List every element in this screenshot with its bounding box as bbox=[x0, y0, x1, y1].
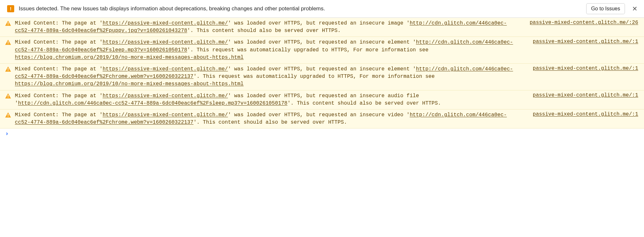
chevron-right-icon: › bbox=[5, 130, 9, 137]
svg-rect-2 bbox=[8, 41, 8, 43]
svg-rect-4 bbox=[8, 68, 8, 70]
svg-rect-6 bbox=[8, 95, 8, 97]
warning-message: Mixed Content: The page at 'https://pass… bbox=[15, 20, 516, 35]
warning-source: passive-mixed-content.glitch.me/:26 bbox=[530, 20, 638, 26]
warning-link[interactable]: https://blog.chromium.org/2019/10/no-mor… bbox=[15, 81, 244, 87]
warning-source: passive-mixed-content.glitch.me/:1 bbox=[533, 111, 638, 117]
warning-triangle-icon bbox=[5, 67, 11, 72]
warning-text: '. This content should also be served ov… bbox=[193, 119, 347, 125]
warning-text: '. This content should also be served ov… bbox=[287, 100, 441, 106]
warning-text: ' was loaded over HTTPS, but requested a… bbox=[228, 20, 410, 26]
warning-link[interactable]: https://passive-mixed-content.glitch.me/ bbox=[103, 66, 228, 72]
close-icon[interactable]: ✕ bbox=[629, 5, 639, 12]
warning-source: passive-mixed-content.glitch.me/:1 bbox=[533, 92, 638, 98]
warning-source: passive-mixed-content.glitch.me/:1 bbox=[533, 66, 638, 71]
warning-text: '. This request was automatically upgrad… bbox=[187, 47, 429, 53]
warning-source-link[interactable]: passive-mixed-content.glitch.me/:1 bbox=[533, 66, 638, 71]
warning-source: passive-mixed-content.glitch.me/:1 bbox=[533, 39, 638, 45]
svg-rect-9 bbox=[8, 116, 8, 117]
warning-link[interactable]: https://passive-mixed-content.glitch.me/ bbox=[103, 39, 228, 45]
warning-triangle-icon bbox=[5, 21, 11, 26]
warning-source-link[interactable]: passive-mixed-content.glitch.me/:26 bbox=[530, 20, 638, 26]
svg-rect-1 bbox=[8, 25, 8, 25]
warning-text: Mixed Content: The page at ' bbox=[15, 66, 103, 72]
warning-link[interactable]: http://cdn.glitch.com/446ca0ec-cc52-4774… bbox=[18, 100, 287, 106]
warning-text: ' was loaded over HTTPS, but requested a… bbox=[228, 66, 416, 72]
warning-source-link[interactable]: passive-mixed-content.glitch.me/:1 bbox=[533, 111, 638, 117]
go-to-issues-button[interactable]: Go to Issues bbox=[586, 3, 625, 14]
console-prompt[interactable]: › bbox=[0, 129, 644, 140]
console-warning-row: Mixed Content: The page at 'https://pass… bbox=[0, 37, 644, 64]
warning-message: Mixed Content: The page at 'https://pass… bbox=[15, 66, 519, 88]
console-warning-row: Mixed Content: The page at 'https://pass… bbox=[0, 109, 644, 129]
warning-link[interactable]: https://passive-mixed-content.glitch.me/ bbox=[103, 20, 228, 26]
warning-message: Mixed Content: The page at 'https://pass… bbox=[15, 111, 519, 126]
issues-banner-text: Issues detected. The new Issues tab disp… bbox=[19, 5, 582, 12]
warning-source-link[interactable]: passive-mixed-content.glitch.me/:1 bbox=[533, 92, 638, 98]
issues-icon: ! bbox=[7, 5, 14, 12]
warning-text: '. This content should also be served ov… bbox=[187, 28, 341, 34]
warning-link[interactable]: https://passive-mixed-content.glitch.me/ bbox=[103, 112, 228, 118]
issues-banner: ! Issues detected. The new Issues tab di… bbox=[0, 0, 644, 18]
console-warning-row: Mixed Content: The page at 'https://pass… bbox=[0, 18, 644, 37]
console-warning-row: Mixed Content: The page at 'https://pass… bbox=[0, 90, 644, 109]
svg-rect-8 bbox=[8, 114, 8, 116]
warning-triangle-icon bbox=[5, 112, 11, 118]
warning-text: Mixed Content: The page at ' bbox=[15, 39, 103, 45]
warning-link[interactable]: https://blog.chromium.org/2019/10/no-mor… bbox=[15, 55, 244, 60]
svg-rect-0 bbox=[8, 22, 8, 24]
warning-source-link[interactable]: passive-mixed-content.glitch.me/:1 bbox=[533, 39, 638, 45]
warning-text: Mixed Content: The page at ' bbox=[15, 20, 103, 26]
warning-link[interactable]: https://passive-mixed-content.glitch.me/ bbox=[103, 93, 228, 99]
warning-triangle-icon bbox=[5, 40, 11, 45]
svg-rect-5 bbox=[8, 70, 8, 71]
warning-text: Mixed Content: The page at ' bbox=[15, 93, 103, 99]
warning-text: ' was loaded over HTTPS, but requested a… bbox=[228, 39, 416, 45]
warning-triangle-icon bbox=[5, 93, 11, 98]
console-warnings: Mixed Content: The page at 'https://pass… bbox=[0, 18, 644, 129]
warning-text: ' was loaded over HTTPS, but requested a… bbox=[228, 112, 410, 118]
svg-rect-3 bbox=[8, 44, 8, 44]
warning-text: Mixed Content: The page at ' bbox=[15, 112, 103, 118]
warning-message: Mixed Content: The page at 'https://pass… bbox=[15, 92, 519, 107]
warning-text: '. This request was automatically upgrad… bbox=[193, 74, 435, 79]
warning-message: Mixed Content: The page at 'https://pass… bbox=[15, 39, 519, 61]
console-warning-row: Mixed Content: The page at 'https://pass… bbox=[0, 64, 644, 90]
svg-rect-7 bbox=[8, 97, 8, 98]
